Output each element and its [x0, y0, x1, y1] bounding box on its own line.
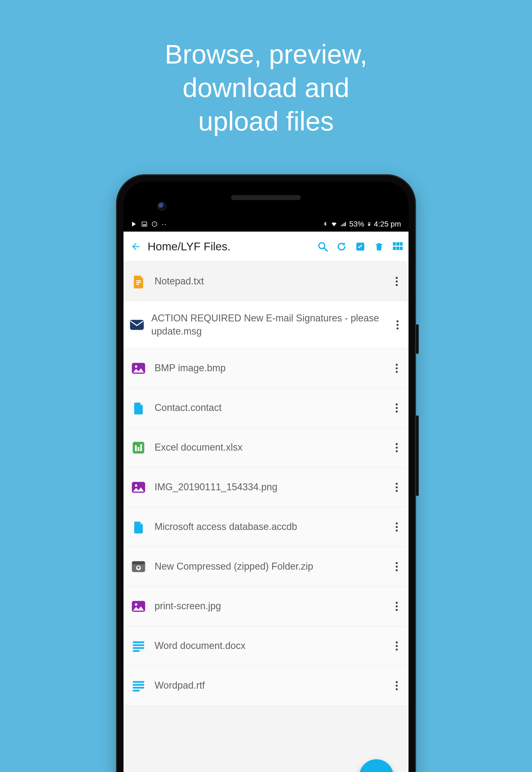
more-notifs-icon: ··: [162, 220, 167, 228]
device-volume-rocker: [416, 416, 419, 496]
file-row[interactable]: Wordpad.rtf: [123, 666, 409, 706]
back-button[interactable]: [128, 241, 143, 252]
file-more-button[interactable]: [393, 319, 402, 330]
file-name: BMP image.bmp: [155, 361, 385, 375]
device-earpiece: [231, 195, 301, 200]
svg-rect-57: [133, 647, 144, 649]
status-left: ··: [131, 220, 167, 228]
svg-point-53: [396, 605, 398, 607]
svg-point-20: [397, 327, 399, 329]
file-row[interactable]: ACTION REQUIRED New E-mail Signatures - …: [123, 301, 409, 348]
hero-line-1: Browse, preview,: [0, 38, 532, 71]
search-icon: [317, 241, 329, 252]
image-icon: [129, 481, 148, 494]
svg-point-37: [135, 484, 137, 487]
svg-point-41: [396, 522, 398, 524]
file-more-button[interactable]: [391, 680, 402, 691]
search-button[interactable]: [317, 241, 329, 252]
file-row[interactable]: New Compressed (zipped) Folder.zip: [123, 547, 409, 587]
grid-view-icon: [392, 241, 404, 252]
app-bar: Home/LYF Files.: [123, 231, 409, 262]
svg-point-28: [396, 411, 398, 413]
svg-point-60: [396, 645, 398, 647]
svg-point-51: [135, 603, 137, 606]
file-more-button[interactable]: [391, 641, 402, 651]
text-icon: [129, 274, 148, 289]
svg-point-48: [396, 566, 398, 568]
device-front-camera: [158, 203, 165, 210]
svg-point-25: [396, 371, 398, 373]
breadcrumb[interactable]: Home/LYF Files.: [145, 240, 315, 253]
svg-point-67: [396, 685, 398, 687]
svg-line-6: [324, 248, 327, 251]
file-list[interactable]: Notepad.txt ACTION REQUIRED New E-mail S…: [123, 262, 409, 706]
file-name: print-screen.jpg: [155, 600, 385, 613]
sync-icon: [151, 221, 158, 227]
file-more-button[interactable]: [391, 522, 402, 532]
svg-point-18: [397, 320, 399, 322]
svg-point-66: [396, 681, 398, 683]
wifi-icon: [331, 221, 338, 227]
picture-icon: [141, 221, 148, 227]
file-more-button[interactable]: [391, 482, 402, 493]
file-row[interactable]: Word document.docx: [123, 626, 409, 666]
add-fab[interactable]: [359, 759, 394, 772]
svg-rect-17: [130, 320, 144, 330]
svg-point-24: [396, 367, 398, 369]
file-name: IMG_20190111_154334.png: [155, 481, 385, 494]
svg-rect-12: [396, 247, 399, 250]
svg-rect-64: [133, 687, 144, 689]
signal-icon: [340, 221, 347, 227]
hero-line-2: download and: [0, 71, 532, 104]
refresh-button[interactable]: [336, 241, 347, 252]
file-row[interactable]: print-screen.jpg: [123, 587, 409, 626]
file-row[interactable]: Contact.contact: [123, 388, 409, 428]
image-icon: [129, 600, 148, 613]
delete-button[interactable]: [373, 241, 385, 252]
app-bar-actions: [317, 241, 404, 252]
svg-point-23: [396, 363, 398, 365]
file-more-button[interactable]: [391, 442, 402, 453]
doc-icon: [129, 640, 148, 652]
bluetooth-icon: [323, 221, 328, 227]
refresh-icon: [336, 241, 347, 252]
svg-point-35: [396, 450, 398, 452]
file-name: Contact.contact: [155, 401, 385, 415]
status-bar: ·· 53% 4:25 pm: [123, 216, 409, 231]
svg-point-59: [396, 641, 398, 643]
svg-point-68: [396, 688, 398, 690]
file-more-button[interactable]: [391, 561, 402, 572]
svg-rect-30: [135, 445, 137, 451]
file-row[interactable]: Excel document.xlsx: [123, 428, 409, 468]
svg-rect-56: [133, 644, 144, 646]
file-more-button[interactable]: [391, 276, 402, 287]
svg-point-61: [396, 648, 398, 651]
xls-icon: [129, 441, 148, 455]
svg-rect-11: [393, 247, 396, 250]
mail-icon: [129, 319, 145, 331]
svg-rect-65: [133, 690, 140, 692]
grid-view-button[interactable]: [392, 241, 404, 252]
status-right: 53% 4:25 pm: [323, 220, 401, 228]
file-row[interactable]: BMP image.bmp: [123, 348, 409, 388]
file-row[interactable]: IMG_20190111_154334.png: [123, 468, 409, 507]
svg-point-14: [396, 277, 398, 279]
svg-rect-58: [133, 650, 140, 652]
screen: ·· 53% 4:25 pm: [123, 216, 409, 772]
file-more-button[interactable]: [391, 363, 402, 374]
doc-icon: [129, 680, 148, 692]
device-bezel: ·· 53% 4:25 pm: [123, 182, 409, 772]
svg-rect-62: [133, 681, 144, 683]
file-row[interactable]: Notepad.txt: [123, 262, 409, 301]
select-all-button[interactable]: [354, 241, 366, 252]
file-more-button[interactable]: [391, 403, 402, 413]
svg-point-38: [396, 483, 398, 485]
svg-point-43: [396, 530, 398, 532]
svg-point-40: [396, 490, 398, 492]
file-row[interactable]: Microsoft access database.accdb: [123, 507, 409, 547]
svg-point-47: [396, 562, 398, 564]
file-name: Notepad.txt: [155, 275, 385, 288]
svg-point-52: [396, 602, 398, 604]
svg-rect-63: [133, 684, 144, 686]
file-more-button[interactable]: [391, 601, 402, 612]
